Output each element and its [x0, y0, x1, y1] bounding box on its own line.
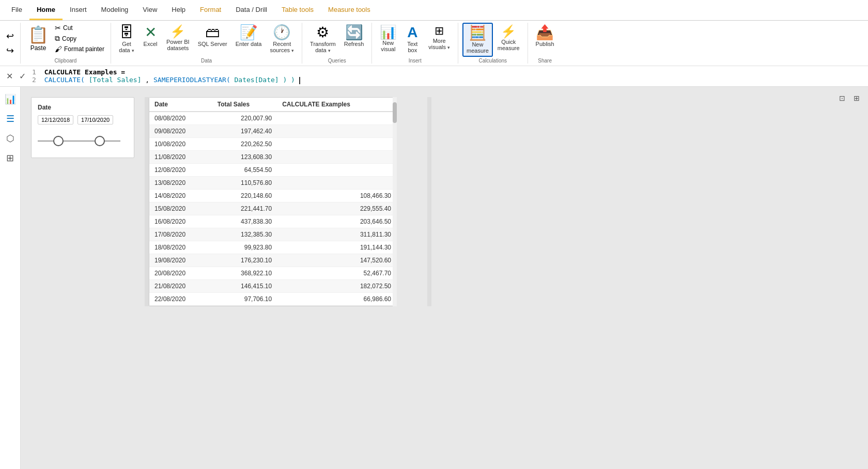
clipboard-content: 📋 Paste ✂ Cut ⧉ Copy 🖌 Format painter [25, 23, 106, 57]
table-cell-total_sales-14: 97,706.10 [212, 292, 277, 305]
dax-query-icon[interactable]: ⊞ [2, 150, 19, 166]
scrollbar-thumb[interactable] [393, 102, 397, 123]
col-header-calculate: CALCULATE Examples [277, 98, 396, 112]
format-painter-label: Format painter [64, 45, 104, 53]
table-row: 21/08/2020146,415.10182,072.50 [149, 279, 396, 292]
formula-dates: Dates[Date] ) ) [235, 76, 295, 84]
insert-label: Insert [376, 58, 454, 64]
powerbi-label: Power BIdatasets [166, 39, 190, 51]
get-data-button[interactable]: 🗄 Getdata ▾ [115, 23, 138, 56]
recent-sources-button[interactable]: 🕐 Recentsources ▾ [267, 23, 298, 56]
undo-group: ↩ ↪ [0, 23, 21, 64]
sql-server-button[interactable]: 🗃 SQL Server [194, 23, 231, 50]
format-painter-button[interactable]: 🖌 Format painter [53, 44, 106, 54]
canvas-topright: ⊡ ⊞ [836, 92, 863, 104]
share-label: Share [532, 58, 558, 64]
paste-button[interactable]: 📋 Paste [25, 23, 52, 54]
new-visual-label: Newvisual [381, 40, 395, 52]
slicer-date-end[interactable]: 17/10/2020 [78, 115, 113, 124]
table-cell-calc-8: 203,646.50 [277, 215, 396, 228]
new-visual-icon: 📊 [380, 25, 396, 39]
sidebar: 📊 ☰ ⬡ ⊞ [0, 87, 21, 469]
table-row: 22/08/202097,706.1066,986.60 [149, 292, 396, 305]
recent-sources-icon: 🕐 [273, 25, 291, 40]
more-visuals-button[interactable]: ⊞ Morevisuals ▾ [425, 23, 454, 53]
table-row: 17/08/2020132,385.30311,811.30 [149, 228, 396, 241]
queries-group: ⚙ Transformdata ▾ 🔄 Refresh Queries [302, 23, 372, 64]
copy-button[interactable]: ⧉ Copy [53, 33, 106, 44]
share-content: 📤 Publish [532, 23, 558, 57]
data-table: Date Total Sales CALCULATE Examples 08/0… [149, 98, 396, 306]
table-cell-date-13: 21/08/2020 [149, 279, 212, 292]
slider-handle-right[interactable] [95, 136, 105, 146]
transform-data-button[interactable]: ⚙ Transformdata ▾ [306, 23, 339, 56]
cut-label: Cut [63, 24, 73, 32]
model-view-icon[interactable]: ⬡ [2, 130, 19, 147]
text-box-button[interactable]: A Textbox [401, 23, 424, 56]
sql-icon: 🗃 [205, 25, 220, 40]
new-measure-button[interactable]: 🧮 Newmeasure [462, 23, 493, 57]
ribbon-tab-file[interactable]: File [4, 0, 29, 20]
table-cell-total_sales-12: 368,922.10 [212, 267, 277, 279]
ribbon-tab-data---drill[interactable]: Data / Drill [228, 0, 274, 20]
formula-cancel-button[interactable]: ✕ [4, 70, 15, 82]
slider-handle-left[interactable] [53, 136, 64, 146]
table-cell-total_sales-4: 64,554.50 [212, 163, 277, 176]
clipboard-group: 📋 Paste ✂ Cut ⧉ Copy 🖌 Format painter Cl… [21, 23, 111, 64]
ribbon-tab-measure-tools[interactable]: Measure tools [321, 0, 378, 20]
powerbi-icon: ⚡ [170, 25, 185, 38]
excel-button[interactable]: ✕ Excel [139, 23, 162, 50]
table-cell-calc-9: 311,811.30 [277, 228, 396, 241]
slicer-date-start[interactable]: 12/12/2018 [38, 115, 73, 124]
formula-confirm-button[interactable]: ✓ [17, 70, 28, 82]
table-row: 14/08/2020220,148.60108,466.30 [149, 189, 396, 202]
data-label: Data [115, 58, 298, 64]
ribbon-tab-view[interactable]: View [135, 0, 164, 20]
format-painter-icon: 🖌 [55, 45, 62, 53]
calculations-label: Calculations [462, 58, 523, 64]
report-view-icon[interactable]: 📊 [2, 91, 19, 107]
enter-data-icon: 📝 [240, 25, 258, 40]
fit-to-page-button[interactable]: ⊡ [836, 92, 848, 104]
table-cell-date-3: 11/08/2020 [149, 150, 212, 163]
formula-bar: ✕ ✓ 1 CALCULATE Examples = 2 CALCULATE( … [0, 66, 868, 87]
clipboard-label: Clipboard [25, 58, 106, 64]
table-cell-calc-14: 66,986.60 [277, 292, 396, 305]
slicer-slider[interactable] [38, 131, 128, 151]
publish-button[interactable]: 📤 Publish [532, 23, 558, 50]
ribbon-tab-format[interactable]: Format [193, 0, 228, 20]
share-group: 📤 Publish Share [528, 23, 562, 64]
ribbon-tab-modeling[interactable]: Modeling [94, 0, 136, 20]
excel-label: Excel [144, 41, 158, 47]
vertical-scrollbar[interactable] [393, 97, 397, 306]
powerbi-datasets-button[interactable]: ⚡ Power BIdatasets [163, 23, 193, 54]
formula-calculate: CALCULATE( [44, 76, 85, 84]
data-view-icon[interactable]: ☰ [2, 111, 19, 127]
slicer-card: Date 12/12/2018 17/10/2020 [31, 97, 134, 158]
formula-actions: ✕ ✓ [4, 70, 28, 82]
undo-button[interactable]: ↩ [4, 29, 16, 43]
table-cell-total_sales-13: 146,415.10 [212, 279, 277, 292]
cut-button[interactable]: ✂ Cut [53, 23, 106, 33]
ribbon-tab-help[interactable]: Help [164, 0, 193, 20]
table-cell-date-7: 15/08/2020 [149, 202, 212, 215]
redo-button[interactable]: ↪ [4, 44, 16, 57]
table-col-resize-handle[interactable] [427, 97, 431, 306]
actual-size-button[interactable]: ⊞ [850, 92, 863, 104]
line1-num: 1 [32, 68, 36, 76]
cut-icon: ✂ [55, 24, 61, 32]
quick-measure-button[interactable]: ⚡ Quickmeasure [494, 23, 523, 54]
table-resize-handle-left[interactable] [145, 97, 149, 306]
col-header-total-sales: Total Sales [212, 98, 277, 112]
table-body: 08/08/2020220,007.9009/08/2020197,462.40… [149, 112, 396, 306]
refresh-button[interactable]: 🔄 Refresh [340, 23, 368, 50]
formula-line-2: 2 CALCULATE( [Total Sales] , SAMEPERIODL… [32, 76, 864, 84]
ribbon-tab-home[interactable]: Home [29, 0, 63, 20]
table-row: 18/08/202099,923.80191,144.30 [149, 241, 396, 254]
new-visual-button[interactable]: 📊 Newvisual [376, 23, 400, 55]
recent-sources-label: Recentsources ▾ [270, 41, 295, 53]
table-cell-total_sales-6: 220,148.60 [212, 189, 277, 202]
ribbon-tab-table-tools[interactable]: Table tools [274, 0, 321, 20]
enter-data-button[interactable]: 📝 Enter data [232, 23, 266, 50]
ribbon-tab-insert[interactable]: Insert [63, 0, 94, 20]
